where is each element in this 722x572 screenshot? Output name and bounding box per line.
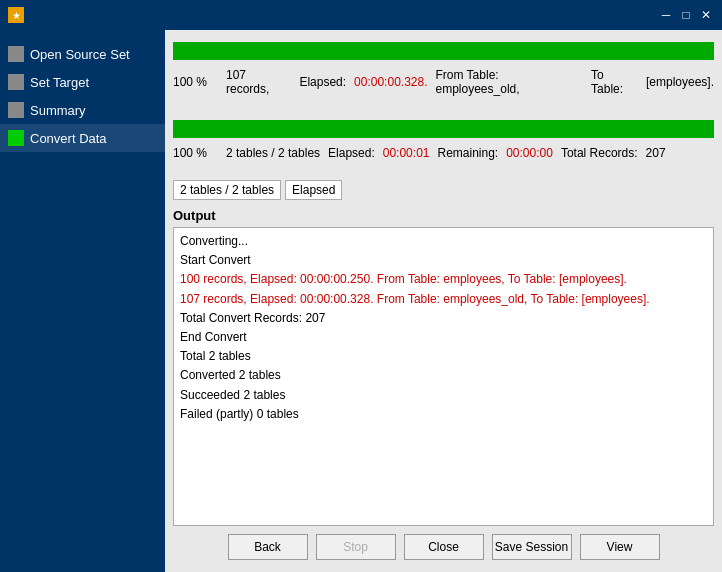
- output-line: Total 2 tables: [180, 347, 707, 366]
- save-session-button[interactable]: Save Session: [492, 534, 572, 560]
- stop-button[interactable]: Stop: [316, 534, 396, 560]
- progress-elapsed-value-2: 00:00:01: [383, 146, 430, 160]
- convert-data-icon: [8, 130, 24, 146]
- view-button[interactable]: View: [580, 534, 660, 560]
- main-content: 100 % 107 records, Elapsed: 00:00:00.328…: [165, 30, 722, 572]
- sidebar-item-label: Summary: [30, 103, 86, 118]
- sidebar-item-label: Open Source Set: [30, 47, 130, 62]
- output-label: Output: [173, 208, 714, 223]
- output-line: 107 records, Elapsed: 00:00:00.328. From…: [180, 290, 707, 309]
- output-line: Converting...: [180, 232, 707, 251]
- scroll-row: 2 tables / 2 tables Elapsed: [173, 180, 714, 200]
- summary-icon: [8, 102, 24, 118]
- sidebar-item-convert-data[interactable]: Convert Data: [0, 124, 165, 152]
- progress-remaining-value-2: 00:00:00: [506, 146, 553, 160]
- progress-total-label-2: Total Records:: [561, 146, 638, 160]
- progress-section-2: 100 % 2 tables / 2 tables Elapsed: 00:00…: [173, 116, 714, 172]
- sidebar: Open Source Set Set Target Summary Conve…: [0, 30, 165, 572]
- set-target-icon: [8, 74, 24, 90]
- output-line: Failed (partly) 0 tables: [180, 405, 707, 424]
- title-bar: ★ ─ □ ✕: [0, 0, 722, 30]
- progress-section-1: 100 % 107 records, Elapsed: 00:00:00.328…: [173, 38, 714, 108]
- progress-to-label-1: To Table:: [591, 68, 638, 96]
- output-line: 100 records, Elapsed: 00:00:00.250. From…: [180, 270, 707, 289]
- back-button[interactable]: Back: [228, 534, 308, 560]
- progress-elapsed-label-1: Elapsed:: [299, 75, 346, 89]
- app-icon: ★: [8, 7, 24, 23]
- progress-elapsed-label-2: Elapsed:: [328, 146, 375, 160]
- sidebar-item-label: Set Target: [30, 75, 89, 90]
- scroll-cell-1: 2 tables / 2 tables: [173, 180, 281, 200]
- sidebar-item-set-target[interactable]: Set Target: [0, 68, 165, 96]
- progress-remaining-label-2: Remaining:: [437, 146, 498, 160]
- sidebar-item-summary[interactable]: Summary: [0, 96, 165, 124]
- sidebar-item-label: Convert Data: [30, 131, 107, 146]
- progress-bar-1: [173, 42, 714, 60]
- progress-percent-2: 100 %: [173, 146, 218, 160]
- close-button[interactable]: ✕: [698, 7, 714, 23]
- footer: Back Stop Close Save Session View: [173, 526, 714, 564]
- output-section: Output Converting...Start Convert100 rec…: [173, 208, 714, 526]
- title-bar-left: ★: [8, 7, 30, 23]
- maximize-button[interactable]: □: [678, 7, 694, 23]
- output-box[interactable]: Converting...Start Convert100 records, E…: [173, 227, 714, 526]
- output-line: End Convert: [180, 328, 707, 347]
- progress-from-1: From Table: employees_old,: [436, 68, 584, 96]
- title-bar-controls: ─ □ ✕: [658, 7, 714, 23]
- sidebar-item-open-source-set[interactable]: Open Source Set: [0, 40, 165, 68]
- progress-tables-2: 2 tables / 2 tables: [226, 146, 320, 160]
- progress-total-value-2: 207: [646, 146, 666, 160]
- output-line: Start Convert: [180, 251, 707, 270]
- close-button-footer[interactable]: Close: [404, 534, 484, 560]
- minimize-button[interactable]: ─: [658, 7, 674, 23]
- output-line: Total Convert Records: 207: [180, 309, 707, 328]
- output-line: Converted 2 tables: [180, 366, 707, 385]
- progress-bar-2: [173, 120, 714, 138]
- open-source-set-icon: [8, 46, 24, 62]
- progress-percent-1: 100 %: [173, 75, 218, 89]
- window-body: Open Source Set Set Target Summary Conve…: [0, 30, 722, 572]
- progress-to-value-1: [employees].: [646, 75, 714, 89]
- progress-info-1: 100 % 107 records, Elapsed: 00:00:00.328…: [173, 64, 714, 104]
- progress-elapsed-value-1: 00:00:00.328.: [354, 75, 427, 89]
- scroll-cell-2: Elapsed: [285, 180, 342, 200]
- progress-info-2: 100 % 2 tables / 2 tables Elapsed: 00:00…: [173, 142, 714, 168]
- output-line: Succeeded 2 tables: [180, 386, 707, 405]
- progress-records-1: 107 records,: [226, 68, 291, 96]
